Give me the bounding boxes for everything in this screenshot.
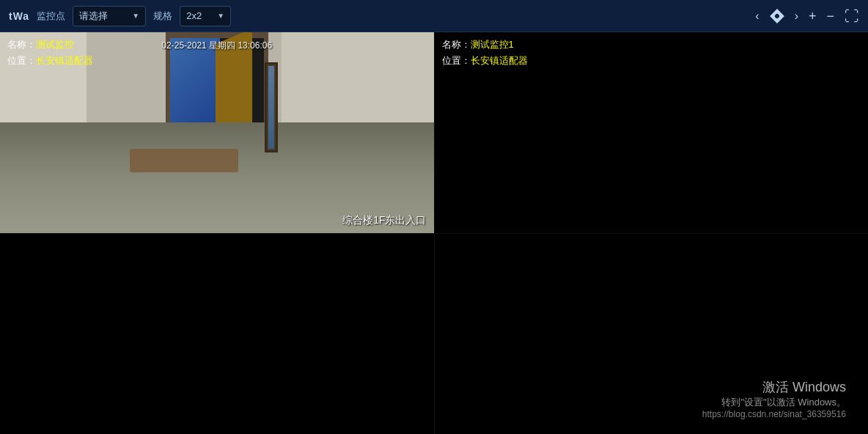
diamond-nav-icon [770, 9, 784, 23]
win-activate-url: https://blog.csdn.net/sinat_36359516 [702, 409, 846, 419]
minus-button[interactable]: − [826, 10, 834, 23]
camera-cell-4[interactable]: 激活 Windows 转到"设置"以激活 Windows。 https://bl… [435, 234, 869, 435]
checkpoint-select[interactable]: 请选择 ▼ [73, 6, 146, 26]
camera-cell-3[interactable] [0, 234, 434, 435]
topbar: tWa 监控点 请选择 ▼ 规格 2x2 ▼ ‹ › + − ⛶ [0, 0, 868, 32]
chevron-down-icon: ▼ [132, 12, 139, 20]
checkpoint-label: 监控点 [37, 10, 65, 23]
grid-select-value: 2x2 [186, 10, 202, 21]
camera-controls: ‹ › + − ⛶ [755, 9, 859, 23]
cell-2-name: 名称：测试监控1 [442, 38, 528, 51]
win-activate-title: 激活 Windows [702, 378, 846, 396]
cell-1-info: 名称：测试监控 位置：长安镇适配器 [7, 38, 93, 67]
win-activate-subtitle: 转到"设置"以激活 Windows。 [702, 396, 846, 409]
windows-activation-watermark: 激活 Windows 转到"设置"以激活 Windows。 https://bl… [702, 378, 846, 419]
camera-cell-2[interactable]: 名称：测试监控1 位置：长安镇适配器 [435, 32, 869, 233]
prev-button[interactable]: ‹ [755, 10, 759, 23]
cell-1-timestamp: 02-25-2021 星期四 13:06:06 [161, 40, 272, 52]
grid-label: 规格 [153, 10, 172, 23]
cell-1-location: 位置：长安镇适配器 [7, 54, 93, 67]
add-button[interactable]: + [809, 10, 817, 23]
camera-cell-1[interactable]: 名称：测试监控 位置：长安镇适配器 02-25-2021 星期四 13:06:0… [0, 32, 434, 233]
grid-select[interactable]: 2x2 ▼ [180, 6, 231, 26]
fullscreen-button[interactable]: ⛶ [845, 9, 859, 23]
cell-1-name: 名称：测试监控 [7, 38, 93, 51]
chevron-down-icon-2: ▼ [217, 12, 224, 20]
next-button[interactable]: › [795, 10, 798, 23]
cell-2-info: 名称：测试监控1 位置：长安镇适配器 [442, 38, 528, 67]
brand-label: tWa [9, 10, 29, 22]
cell-2-location: 位置：长安镇适配器 [442, 54, 528, 67]
checkpoint-select-value: 请选择 [79, 10, 108, 23]
cell-1-bottom-label: 综合楼1F东出入口 [342, 214, 426, 227]
camera-grid: 名称：测试监控 位置：长安镇适配器 02-25-2021 星期四 13:06:0… [0, 32, 868, 434]
